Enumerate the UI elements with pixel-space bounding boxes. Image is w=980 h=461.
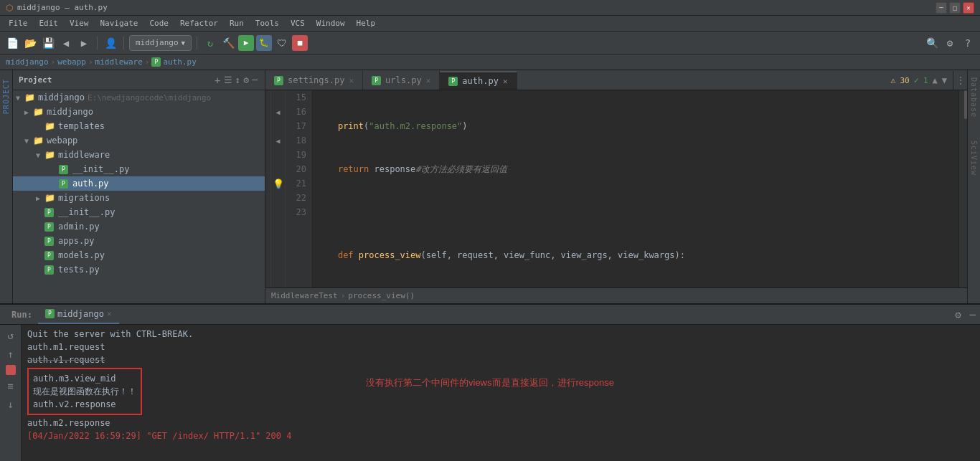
menu-window[interactable]: Window — [311, 17, 351, 29]
toolbar-run-btn[interactable]: ▶ — [238, 35, 254, 51]
outer-left-sidebar: Project — [0, 70, 13, 303]
app-icon: ⬡ — [6, 3, 13, 13]
code-content[interactable]: print("auth.m2.response") return respons… — [311, 90, 958, 287]
menu-navigate[interactable]: Navigate — [95, 17, 144, 29]
minimize-button[interactable]: ─ — [936, 2, 947, 14]
code-line-15: print("auth.m2.response") — [317, 119, 953, 133]
middleware-folder-icon: 📁 — [44, 150, 56, 160]
tree-apps-py[interactable]: P apps.py — [13, 234, 265, 248]
menu-help[interactable]: Help — [351, 17, 382, 29]
project-panel-label[interactable]: Project — [1, 73, 11, 120]
webapp-init-icon: P — [44, 208, 56, 217]
console-line-http: [04/Jan/2022 16:59:29] "GET /index/ HTTP… — [27, 429, 974, 442]
tree-webapp-init-py[interactable]: P __init__.py — [13, 205, 265, 219]
run-tab-name: middjango — [57, 309, 104, 319]
bottom-close-btn[interactable]: ─ — [966, 306, 980, 323]
tree-webapp-folder[interactable]: ▼ 📁 webapp — [13, 133, 265, 148]
tabs-menu-btn[interactable]: ⋮ — [953, 71, 967, 90]
sidebar-close-btn[interactable]: ─ — [250, 73, 259, 87]
toolbar-new-btn[interactable]: 📄 — [4, 35, 20, 51]
tree-middjango-folder[interactable]: ▶ 📁 middjango — [13, 105, 265, 119]
sidebar-add-btn[interactable]: + — [213, 73, 222, 87]
restart-btn[interactable]: ↺ — [5, 328, 15, 343]
breadcrumb-class[interactable]: MiddlewareTest — [271, 291, 338, 300]
breadcrumb-method[interactable]: process_view() — [348, 291, 415, 300]
tree-templates-folder[interactable]: 📁 templates — [13, 119, 265, 133]
run-tab-close[interactable]: ✕ — [107, 309, 112, 318]
nav-webapp[interactable]: webapp — [57, 57, 86, 67]
bottom-tab-middjango[interactable]: P middjango ✕ — [38, 305, 119, 324]
help-btn[interactable]: ? — [960, 35, 976, 51]
tree-migrations-folder[interactable]: ▶ 📁 migrations — [13, 191, 265, 205]
settings-tab-icon: P — [274, 76, 283, 85]
scroll-down-btn[interactable]: ▼ — [942, 75, 947, 85]
tree-root-item[interactable]: ▼ 📁 middjango E:\newdjangocode\middjango — [13, 90, 265, 105]
project-dropdown[interactable]: middjango ▼ — [129, 35, 192, 51]
sidebar-settings-btn[interactable]: ⚙ — [242, 73, 250, 87]
toolbar-open-btn[interactable]: 📂 — [22, 35, 38, 51]
menu-code[interactable]: Code — [143, 17, 174, 29]
nav-authpy[interactable]: P auth.py — [151, 57, 196, 67]
menu-view[interactable]: View — [64, 17, 95, 29]
toolbar-debug-btn[interactable]: 🐛 — [256, 35, 272, 51]
tree-models-py[interactable]: P models.py — [13, 248, 265, 262]
tree-init-py[interactable]: P __init__.py — [13, 162, 265, 176]
sciview-panel-label[interactable]: SciView — [969, 136, 979, 180]
scroll-indicator[interactable] — [958, 90, 967, 287]
migrations-folder-name: migrations — [58, 193, 110, 203]
menu-tools[interactable]: Tools — [250, 17, 285, 29]
scroll-down-console-btn[interactable]: ↓ — [5, 396, 15, 412]
search-everywhere-btn[interactable]: 🔍 — [924, 35, 940, 51]
toolbar-coverage-btn[interactable]: 🛡 — [274, 35, 290, 51]
bottom-action-btns: ↺ ↑ ≡ ↓ — [0, 325, 22, 461]
bottom-settings-btn[interactable]: ⚙ — [951, 306, 965, 323]
tab-urls[interactable]: P urls.py ✕ — [363, 71, 440, 90]
toolbar-back-btn[interactable]: ◀ — [58, 35, 74, 51]
sidebar-collapse-btn[interactable]: ↕ — [234, 73, 242, 87]
menu-file[interactable]: File — [3, 17, 34, 29]
console-line-v2resp: auth.v2.response — [33, 398, 136, 411]
migrations-folder-icon: 📁 — [44, 193, 56, 203]
menu-vcs[interactable]: VCS — [285, 17, 311, 29]
close-button[interactable]: ✕ — [963, 2, 974, 14]
stop-run-btn[interactable] — [6, 365, 16, 375]
menu-refactor[interactable]: Refactor — [174, 17, 224, 29]
tab-settings[interactable]: P settings.py ✕ — [265, 71, 363, 90]
tab-auth[interactable]: P auth.py ✕ — [440, 71, 517, 90]
auth-tab-close[interactable]: ✕ — [503, 77, 508, 86]
editor-status: ⚠ 30 ✓ 1 ▲ ▼ — [890, 71, 953, 90]
tree-middleware-folder[interactable]: ▼ 📁 middleware — [13, 148, 265, 162]
root-name: middjango — [38, 92, 85, 103]
toolbar-user-btn[interactable]: 👤 — [103, 35, 118, 51]
urls-tab-close[interactable]: ✕ — [426, 76, 431, 85]
nav-middleware[interactable]: middleware — [95, 57, 143, 67]
maximize-button[interactable]: □ — [949, 2, 961, 14]
nav-middjango[interactable]: middjango — [6, 57, 49, 67]
init-file-name: __init__.py — [72, 164, 129, 174]
scroll-top-btn[interactable]: ↑ — [5, 346, 15, 362]
middjango-folder-icon: 📁 — [33, 107, 44, 117]
database-panel-label[interactable]: Database — [969, 73, 979, 122]
toolbar-build-btn[interactable]: 🔨 — [220, 35, 236, 51]
tree-auth-py[interactable]: P auth.py — [13, 176, 265, 191]
menu-edit[interactable]: Edit — [34, 17, 65, 29]
toolbar-stop-btn[interactable]: ■ — [292, 35, 308, 51]
menu-run[interactable]: Run — [224, 17, 250, 29]
scroll-up-btn[interactable]: ▲ — [933, 75, 938, 85]
tree-admin-py[interactable]: P admin.py — [13, 219, 265, 234]
editor-content[interactable]: ◀ ◀ 💡 15 16 — [265, 90, 967, 287]
console-line-m1req: auth.m1.request — [27, 341, 974, 353]
run-tab-icon: P — [45, 309, 55, 318]
sidebar-sync-btn[interactable]: ☰ — [222, 73, 234, 87]
auth-tab-icon: P — [448, 77, 458, 86]
toolbar-save-btn[interactable]: 💾 — [40, 35, 56, 51]
window-title: middjango – auth.py — [17, 3, 108, 12]
bottom-panel: Run: P middjango ✕ ⚙ ─ ↺ ↑ ≡ ↓ — [0, 303, 980, 461]
settings-tab-close[interactable]: ✕ — [349, 76, 354, 85]
toolbar-forward-btn[interactable]: ▶ — [76, 35, 92, 51]
tree-tests-py[interactable]: P tests.py — [13, 262, 265, 277]
toolbar-refresh-btn[interactable]: ↻ — [202, 35, 218, 51]
console-wrap-btn[interactable]: ≡ — [5, 378, 15, 394]
settings-btn[interactable]: ⚙ — [942, 35, 958, 51]
console-line-m2resp: auth.m2.response — [27, 417, 974, 429]
